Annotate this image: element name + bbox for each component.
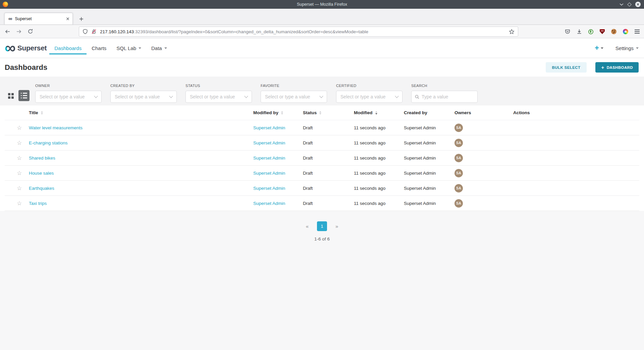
pagination-next-button[interactable]: » (335, 223, 338, 229)
url-host: 217.160.120.143 (100, 29, 134, 34)
superset-logo[interactable]: ∞ Superset (5, 44, 47, 52)
nav-item-data[interactable]: Data (146, 38, 172, 58)
pocket-icon[interactable] (565, 29, 570, 34)
table-row[interactable]: ☆ Earthquakes Superset Admin Draft 11 se… (5, 181, 639, 196)
window-close-button[interactable] (635, 2, 641, 7)
back-button[interactable] (5, 29, 10, 34)
owner-avatar[interactable]: SA (454, 124, 463, 132)
window-titlebar: Superset — Mozilla Firefox (0, 0, 644, 9)
bookmark-star-icon[interactable] (509, 29, 515, 35)
superset-wordmark: Superset (17, 44, 47, 52)
dashboard-title-link[interactable]: E-charging stations (29, 140, 68, 145)
filter-label: FAVORITE (261, 84, 327, 88)
modified-by-link[interactable]: Superset Admin (253, 140, 285, 145)
owner-select[interactable]: Select or type a value (35, 91, 102, 103)
modified-value: 11 seconds ago (354, 171, 385, 176)
dashboards-table: Title Modified by Status Modified Create… (0, 105, 644, 211)
new-item-menu-button[interactable]: + (595, 44, 603, 52)
bulk-select-button[interactable]: BULK SELECT (546, 62, 587, 73)
status-select[interactable]: Select or type a value (185, 91, 252, 103)
modified-value: 11 seconds ago (354, 140, 385, 145)
favorite-select[interactable]: Select or type a value (261, 91, 327, 103)
modified-by-link[interactable]: Superset Admin (253, 156, 285, 161)
browser-tab-superset[interactable]: ∞ Superset (4, 13, 73, 25)
favorite-star-icon[interactable]: ☆ (17, 155, 22, 161)
url-path: :32393/dashboard/list/?pageIndex=0&sortC… (134, 29, 509, 34)
table-row[interactable]: ☆ House sales Superset Admin Draft 11 se… (5, 166, 639, 181)
reload-button[interactable] (28, 29, 33, 34)
caret-down-icon (636, 47, 639, 49)
modified-by-link[interactable]: Superset Admin (253, 201, 285, 206)
table-row[interactable]: ☆ Shared bikes Superset Admin Draft 11 s… (5, 150, 639, 166)
downloads-icon[interactable] (577, 29, 582, 34)
modified-by-link[interactable]: Superset Admin (253, 186, 285, 191)
tab-close-icon[interactable] (66, 17, 69, 20)
window-maximize-button[interactable] (627, 2, 632, 7)
filter-label: SEARCH (411, 84, 478, 88)
modified-by-link[interactable]: Superset Admin (253, 171, 285, 176)
dashboard-title-link[interactable]: Water level measurements (29, 125, 83, 130)
table-row[interactable]: ☆ Water level measurements Superset Admi… (5, 120, 639, 135)
created-by-value: Superset Admin (404, 171, 436, 176)
modified-value: 11 seconds ago (354, 156, 385, 161)
modified-by-link[interactable]: Superset Admin (253, 125, 285, 130)
new-dashboard-button[interactable]: + DASHBOARD (595, 62, 639, 73)
favorite-star-icon[interactable]: ☆ (17, 185, 22, 191)
ublock-origin-extension-icon[interactable] (600, 29, 605, 34)
dashboard-title-link[interactable]: Shared bikes (29, 156, 55, 161)
pagination-page-1[interactable]: 1 (317, 221, 327, 231)
column-header-actions: Actions (513, 110, 639, 115)
column-header-title[interactable]: Title (29, 110, 253, 115)
dashboard-title-link[interactable]: House sales (29, 171, 54, 176)
column-header-modified-by[interactable]: Modified by (253, 110, 303, 115)
created-by-value: Superset Admin (404, 125, 436, 130)
privacy-badger-extension-icon[interactable] (588, 29, 593, 34)
superset-navbar: ∞ Superset Dashboards Charts SQL Lab Dat… (0, 38, 644, 58)
created-by-value: Superset Admin (404, 140, 436, 145)
created-by-select[interactable]: Select or type a value (110, 91, 177, 103)
column-header-status[interactable]: Status (303, 110, 354, 115)
hamburger-menu-icon[interactable] (635, 30, 640, 34)
owner-avatar[interactable]: SA (454, 139, 463, 147)
search-input[interactable] (422, 94, 474, 99)
window-minimize-button[interactable] (620, 3, 624, 6)
status-value: Draft (303, 201, 313, 206)
new-tab-button[interactable] (79, 17, 84, 21)
url-bar[interactable]: 217.160.120.143 :32393/dashboard/list/?p… (79, 27, 518, 37)
cookie-extension-icon[interactable] (611, 29, 616, 34)
owner-avatar[interactable]: SA (454, 184, 463, 192)
column-header-modified[interactable]: Modified (354, 110, 404, 115)
column-header-owners: Owners (454, 110, 513, 115)
nav-item-dashboards[interactable]: Dashboards (49, 38, 87, 58)
insecure-lock-icon[interactable] (91, 29, 97, 34)
favorite-star-icon[interactable]: ☆ (17, 170, 22, 176)
plus-icon: + (601, 64, 604, 70)
card-view-toggle-icon[interactable] (8, 93, 14, 99)
owner-avatar[interactable]: SA (454, 199, 463, 208)
settings-menu-button[interactable]: Settings (615, 45, 639, 51)
favorite-star-icon[interactable]: ☆ (17, 200, 22, 207)
owner-avatar[interactable]: SA (454, 169, 463, 177)
certified-select[interactable]: Select or type a value (336, 91, 402, 103)
pagination-prev-button[interactable]: « (306, 223, 309, 229)
tracking-protection-shield-icon[interactable] (83, 29, 88, 34)
nav-item-charts[interactable]: Charts (87, 38, 111, 58)
superset-favicon-icon: ∞ (8, 16, 12, 21)
table-row[interactable]: ☆ E-charging stations Superset Admin Dra… (5, 135, 639, 150)
dashboard-title-link[interactable]: Taxi trips (29, 201, 47, 206)
favorite-star-icon[interactable]: ☆ (17, 125, 22, 131)
forward-button[interactable] (16, 29, 22, 34)
favorite-star-icon[interactable]: ☆ (17, 140, 22, 146)
table-header-row: Title Modified by Status Modified Create… (5, 105, 639, 120)
nav-item-sql-lab[interactable]: SQL Lab (111, 38, 146, 58)
container-extension-icon[interactable] (623, 29, 628, 34)
filter-favorite: FAVORITE Select or type a value (261, 84, 327, 103)
modified-value: 11 seconds ago (354, 201, 385, 206)
dashboard-title-link[interactable]: Earthquakes (29, 186, 54, 191)
filter-status: STATUS Select or type a value (185, 84, 252, 103)
created-by-value: Superset Admin (404, 156, 436, 161)
status-value: Draft (303, 171, 313, 176)
owner-avatar[interactable]: SA (454, 154, 463, 162)
list-view-toggle-icon[interactable] (18, 90, 30, 101)
table-row[interactable]: ☆ Taxi trips Superset Admin Draft 11 sec… (5, 196, 639, 211)
